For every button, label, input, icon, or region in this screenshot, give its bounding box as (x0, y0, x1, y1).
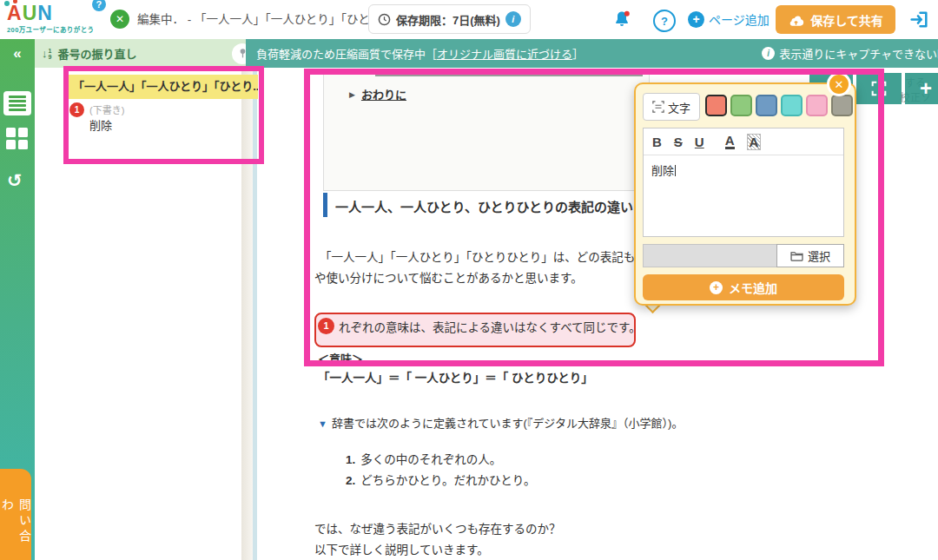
close-glyph: ✕ (116, 13, 124, 25)
closing-line: では、なぜ違う表記がいくつも存在するのか？ (314, 519, 561, 537)
history-undo-button[interactable]: ↺ (7, 170, 23, 191)
contact-tab-label: 問い合わ (0, 498, 33, 560)
page-list-item[interactable]: 「一人一人」「一人ひとり」「ひとり... (69, 75, 258, 99)
page-item-title: 「一人一人」「一人ひとり」「ひとり... (73, 80, 258, 93)
close-edit-icon[interactable]: ✕ (110, 10, 129, 29)
file-select-button[interactable]: 選択 (776, 244, 844, 267)
closing-line: 以下で詳しく説明していきます。 (314, 540, 489, 557)
color-swatch-blue[interactable] (756, 95, 777, 116)
memo-list-entry[interactable]: 削除 (89, 116, 112, 133)
plus-glyph: + (692, 13, 699, 25)
toc-divider-line (375, 75, 643, 76)
collapse-glyph: « (13, 45, 21, 63)
plus-icon: + (920, 76, 932, 101)
document-title: 編集中． - 「一人一人」「一人ひとり」「ひとりひとり」の表 (137, 0, 370, 39)
help-button[interactable]: ? (653, 10, 676, 32)
meaning-equation: 「一人一人」＝「 一人ひとり」＝「 ひとりひとり」 (318, 368, 593, 385)
annotation-number-badge: 1 (318, 318, 334, 334)
memo-text-value: 削除 (651, 164, 674, 177)
logo-letter-n: N (37, 2, 53, 24)
renumber-icon[interactable]: ↓ 19 (42, 47, 51, 60)
app-header: AUN ? 200万ユーザーにありがとう ✕ 編集中． - 「一人一人」「一人ひ… (0, 0, 938, 40)
memo-editor-area: B S U A A 削除 (643, 128, 844, 237)
notifications-button[interactable] (611, 9, 632, 33)
cloud-upload-icon (788, 14, 804, 26)
help-glyph: ? (661, 15, 668, 28)
grid-icon (6, 128, 16, 137)
color-swatch-red[interactable] (705, 95, 727, 116)
aun-logo[interactable]: AUN ? 200万ユーザーにありがとう (7, 3, 94, 34)
retention-info-box: 保存期限：7日(無料) i (368, 4, 531, 34)
add-page-label: ページ追加 (709, 10, 770, 28)
compression-notice: 負荷軽減のため圧縮画質で保存中［オリジナル画質に近づける］ (256, 45, 584, 62)
list-icon (9, 96, 26, 98)
original-quality-link[interactable]: オリジナル画質に近づける (437, 48, 572, 61)
memo-textarea[interactable]: 削除 (644, 155, 843, 184)
color-swatch-gray[interactable] (831, 95, 853, 116)
renumber-panel-header: ↓ 19 番号の振り直し (35, 39, 260, 68)
add-annotation-button[interactable]: + (905, 73, 938, 104)
sort-arrow-glyph: ↓ (42, 47, 48, 60)
fullscreen-icon (869, 79, 888, 98)
strikethrough-button[interactable]: S (674, 135, 683, 149)
panel-title: 番号の振り直し (57, 45, 136, 62)
toc-link-text: おわりに (361, 86, 406, 102)
folder-icon (790, 251, 803, 261)
color-swatch-pink[interactable] (806, 95, 828, 116)
article-heading: 一人一人、一人ひとり、ひとりひとりの表記の違いと使い分 (335, 197, 685, 215)
logout-icon (908, 9, 930, 30)
bold-button[interactable]: B (652, 135, 662, 149)
save-share-button[interactable]: 保存して共有 (776, 5, 895, 34)
add-memo-button[interactable]: + メモ追加 (643, 274, 844, 300)
text-mode-label: 文字 (668, 99, 690, 115)
capture-help-text: 表示通りにキャプチャできない時 (779, 45, 938, 62)
highlighted-annotation-box[interactable]: れぞれの意味は、表記による違いはなくすべて同じです。 (314, 313, 636, 347)
toc-arrow-icon: ▶ (349, 90, 355, 99)
logo-question-badge: ? (92, 0, 106, 11)
panel-scrollbar[interactable] (241, 68, 253, 560)
info-icon[interactable]: i (505, 11, 521, 27)
memo-draft-status: (下書き) (89, 102, 124, 116)
toc-entry[interactable]: ▶ おわりに (349, 86, 406, 102)
add-memo-label: メモ追加 (729, 279, 777, 296)
grid-view-button[interactable] (6, 128, 29, 150)
fullscreen-button[interactable] (856, 73, 902, 104)
logo-tagline: 200万ユーザーにありがとう (7, 24, 94, 34)
memo-editor-popup: 文字 B S U A A 削除 選択 + メモ追加 (634, 82, 856, 306)
logo-dot-teal (4, 1, 10, 6)
sort-num-top: 1 (49, 48, 52, 54)
format-toolbar: B S U A A (644, 128, 843, 155)
popup-close-button[interactable]: ✕ (827, 72, 851, 96)
bell-icon (611, 9, 632, 30)
saving-text: 負荷軽減のため圧縮画質で保存中 (256, 48, 426, 61)
file-input[interactable] (643, 244, 776, 267)
paragraph-line: 「一人一人」「一人ひとり」「ひとりひとり」は、どの表記も (320, 247, 635, 265)
add-page-button[interactable]: + ページ追加 (688, 10, 770, 28)
clock-icon (378, 13, 391, 26)
file-attach-row: 選択 (643, 244, 844, 267)
paragraph-line: や使い分けについて悩むことがあるかと思います。 (314, 268, 583, 286)
highlight-button[interactable]: A (747, 134, 762, 150)
contact-tab[interactable]: 問い合わ (0, 469, 31, 560)
info-icon-small: i (762, 47, 775, 60)
underline-button[interactable]: U (695, 135, 704, 149)
capture-quality-bar: 負荷軽減のため圧縮画質で保存中［オリジナル画質に近づける］ i 表示通りにキャプ… (246, 39, 938, 68)
definition-item: 2.どちらかひとり。だれかひとり。 (346, 471, 535, 488)
plus-circle-icon: + (710, 281, 723, 294)
logo-letter-a: A (7, 2, 23, 24)
memo-list-view-button[interactable] (3, 91, 31, 115)
retention-label: 保存期限：7日(無料) (396, 11, 500, 28)
font-color-button[interactable]: A (725, 135, 735, 149)
dictionary-intro: ▼辞書では次のように定義されています(『デジタル大辞泉』（小学館）)。 (318, 414, 683, 431)
sort-num-bottom: 9 (49, 54, 52, 60)
file-select-label: 選択 (808, 247, 830, 264)
collapse-sidebar-button[interactable]: « (0, 39, 35, 68)
info-glyph: i (512, 14, 514, 24)
text-mode-button[interactable]: 文字 (643, 93, 700, 121)
color-swatch-green[interactable] (730, 95, 752, 116)
dict-arrow-icon: ▼ (318, 418, 327, 429)
exit-button[interactable] (908, 9, 930, 34)
capture-help-link[interactable]: i 表示通りにキャプチャできない時 (762, 45, 938, 62)
text-select-icon (652, 101, 664, 113)
color-swatch-cyan[interactable] (781, 95, 803, 116)
